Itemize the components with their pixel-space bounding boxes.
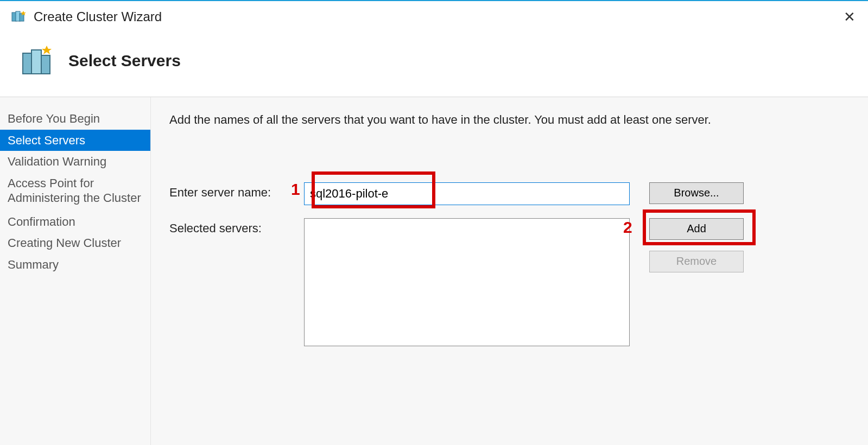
enter-server-name-label: Enter server name: xyxy=(169,182,304,200)
sidebar-step-label: Summary xyxy=(8,258,59,271)
sidebar-step-access-point[interactable]: Access Point for Administering the Clust… xyxy=(0,173,150,211)
remove-button: Remove xyxy=(649,251,744,272)
selected-servers-row: Selected servers: Add Remove xyxy=(169,218,846,346)
close-button[interactable]: ✕ xyxy=(839,6,860,28)
page-title: Select Servers xyxy=(68,52,181,70)
selected-servers-label: Selected servers: xyxy=(169,218,304,236)
sidebar-step-label: Select Servers xyxy=(8,134,85,147)
sidebar-step-label: Before You Begin xyxy=(8,112,100,125)
page-header: Select Servers xyxy=(0,33,868,97)
sidebar-step-validation-warning[interactable]: Validation Warning xyxy=(0,151,150,173)
sidebar-step-label: Creating New Cluster xyxy=(8,236,121,250)
server-name-row: Enter server name: Browse... xyxy=(169,182,846,205)
svg-marker-7 xyxy=(42,46,52,54)
main-panel: Add the names of all the servers that yo… xyxy=(151,97,868,445)
add-button[interactable]: Add xyxy=(649,218,744,240)
svg-rect-6 xyxy=(41,55,50,74)
browse-button[interactable]: Browse... xyxy=(649,182,744,204)
wizard-steps-sidebar: Before You Begin Select Servers Validati… xyxy=(0,97,151,445)
server-name-input[interactable] xyxy=(304,182,630,205)
window-title: Create Cluster Wizard xyxy=(34,9,831,24)
sidebar-step-label: Confirmation xyxy=(8,215,75,228)
svg-rect-4 xyxy=(23,53,31,74)
sidebar-step-confirmation[interactable]: Confirmation xyxy=(0,211,150,233)
wizard-window: Create Cluster Wizard ✕ Select Servers B… xyxy=(0,0,868,445)
instruction-text: Add the names of all the servers that yo… xyxy=(169,112,846,128)
sidebar-step-creating-new-cluster[interactable]: Creating New Cluster xyxy=(0,232,150,254)
svg-rect-2 xyxy=(20,14,24,21)
svg-rect-5 xyxy=(31,50,41,74)
titlebar: Create Cluster Wizard ✕ xyxy=(0,1,868,33)
sidebar-step-label: Validation Warning xyxy=(8,155,106,168)
selected-servers-listbox[interactable] xyxy=(304,218,630,346)
sidebar-step-label: Access Point for Administering the Clust… xyxy=(8,176,141,205)
sidebar-step-summary[interactable]: Summary xyxy=(0,254,150,276)
wizard-step-icon xyxy=(20,43,54,78)
app-icon xyxy=(11,9,26,24)
sidebar-step-select-servers[interactable]: Select Servers xyxy=(0,130,150,151)
content-area: Before You Begin Select Servers Validati… xyxy=(0,97,868,445)
sidebar-step-before-you-begin[interactable]: Before You Begin xyxy=(0,108,150,130)
